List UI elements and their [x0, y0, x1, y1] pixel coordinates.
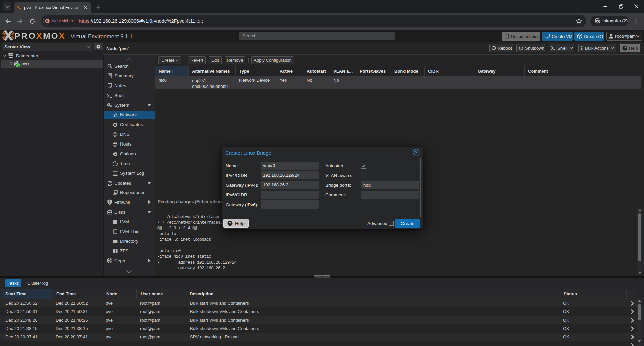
svg-text:?: ? — [624, 46, 626, 50]
svg-text:?: ? — [229, 221, 231, 225]
